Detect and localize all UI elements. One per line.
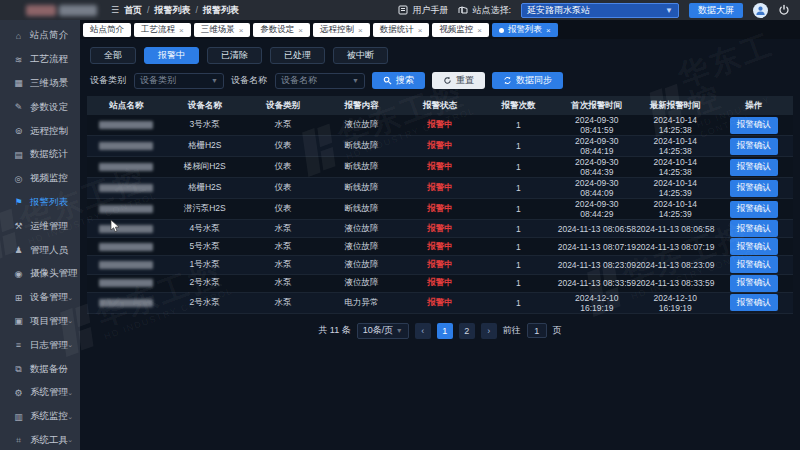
alarm-confirm-button[interactable]: 报警确认 [730,201,778,218]
cell-device-category: 水泵 [244,274,322,292]
page-size-select[interactable]: 10条/页 ▼ [357,323,409,339]
alarm-confirm-button[interactable]: 报警确认 [730,256,778,273]
search-button[interactable]: 搜索 [372,72,425,89]
cell-alarm-status: 报警中 [401,157,479,178]
cell-site-name [87,157,165,178]
status-tab-已清除[interactable]: 已清除 [207,47,262,64]
status-tab-被中断[interactable]: 被中断 [333,47,388,64]
sidebar-item-icon: ⌂ [13,31,24,41]
status-tab-报警中[interactable]: 报警中 [144,47,199,64]
sidebar-item-报警列表[interactable]: ⚑报警列表 [0,191,80,215]
tab-label: 工艺流程 [141,24,175,36]
alarm-confirm-button[interactable]: 报警确认 [730,238,778,255]
sidebar-item-日志管理[interactable]: ≡日志管理⌄ [0,333,80,357]
alarm-confirm-button[interactable]: 报警确认 [730,294,778,311]
user-manual-link[interactable]: 用户手册 [398,4,448,17]
chevron-down-icon: ⌄ [67,317,73,325]
sidebar-nav: ⌂站点简介≋工艺流程▦三维场景✎参数设定⊚远程控制▤数据统计◎视频监控⚑报警列表… [0,20,80,450]
sidebar-item-数据备份[interactable]: ⧉数据备份 [0,357,80,381]
sidebar-item-设备管理[interactable]: ⊞设备管理⌄ [0,286,80,310]
alarm-confirm-button[interactable]: 报警确认 [730,138,778,155]
cell-site-name [87,178,165,199]
cell-alarm-status: 报警中 [401,274,479,292]
tab-视频监控[interactable]: 视频监控× [432,23,489,37]
column-header: 首次报警时间 [558,96,636,115]
close-icon[interactable]: × [179,26,184,35]
big-screen-button[interactable]: 数据大屏 [689,3,743,18]
sidebar-item-参数设定[interactable]: ✎参数设定 [0,95,80,119]
tab-三维场景[interactable]: 三维场景× [194,23,251,37]
close-icon[interactable]: × [418,26,423,35]
device-name-select[interactable]: 设备名称 ▼ [275,73,365,89]
topbar-right: 用户手册 站点选择: 延安路雨水泵站 ▼ 数据大屏 [398,3,800,18]
chevron-down-icon: ⌄ [67,436,73,444]
cell-device-category: 仪表 [244,199,322,220]
menu-collapse-icon[interactable]: ☰ [111,5,119,15]
sidebar-item-系统监控[interactable]: ▥系统监控⌄ [0,405,80,429]
chevron-down-icon: ▼ [396,327,403,334]
sidebar-item-系统管理[interactable]: ⚙系统管理⌄ [0,381,80,405]
user-avatar[interactable] [753,3,768,18]
sidebar-item-工艺流程[interactable]: ≋工艺流程 [0,48,80,72]
sidebar-item-label: 管理人员 [30,244,68,257]
close-icon[interactable]: × [239,26,244,35]
cell-alarm-count: 1 [479,178,557,199]
close-icon[interactable]: × [477,26,482,35]
sidebar-item-label: 系统监控 [30,410,68,423]
page-number-2[interactable]: 2 [459,323,475,339]
sidebar-item-远程控制[interactable]: ⊚远程控制 [0,119,80,143]
tab-报警列表[interactable]: 报警列表× [492,23,558,37]
data-sync-button[interactable]: 数据同步 [492,72,563,89]
sidebar-item-icon: ⊞ [13,293,24,303]
alarm-confirm-button[interactable]: 报警确认 [730,220,778,237]
sidebar-item-运维管理[interactable]: ⚒运维管理 [0,214,80,238]
next-page-button[interactable]: › [481,323,497,339]
alarm-confirm-button[interactable]: 报警确认 [730,117,778,134]
redacted-site-name [99,163,153,171]
category-select-placeholder: 设备类别 [140,74,176,87]
redacted-site-name [99,243,153,251]
tab-数据统计[interactable]: 数据统计× [373,23,430,37]
tab-远程控制[interactable]: 远程控制× [313,23,370,37]
site-select-dropdown[interactable]: 延安路雨水泵站 ▼ [521,3,679,18]
sidebar-item-视频监控[interactable]: ◎视频监控 [0,167,80,191]
close-icon[interactable]: × [298,26,303,35]
status-tab-已处理[interactable]: 已处理 [270,47,325,64]
cell-alarm-content: 断线故障 [322,178,400,199]
alarm-confirm-button[interactable]: 报警确认 [730,275,778,292]
sidebar-item-摄像头管理[interactable]: ◉摄像头管理⌄ [0,262,80,286]
site-select-label: 站点选择: [472,4,511,17]
redacted-site-name [99,205,153,213]
cell-alarm-content: 液位故障 [322,115,400,136]
sidebar-item-三维场景[interactable]: ▦三维场景 [0,72,80,96]
sidebar-item-系统工具[interactable]: ⌗系统工具⌄ [0,429,80,450]
sidebar-item-数据统计[interactable]: ▤数据统计 [0,143,80,167]
cell-alarm-status: 报警中 [401,220,479,238]
close-icon[interactable]: × [358,26,363,35]
sidebar-item-项目管理[interactable]: ▣项目管理⌄ [0,310,80,334]
cell-device-category: 水泵 [244,220,322,238]
alarm-confirm-button[interactable]: 报警确认 [730,180,778,197]
power-icon[interactable] [778,4,790,16]
sidebar-item-站点简介[interactable]: ⌂站点简介 [0,24,80,48]
sidebar-item-label: 项目管理 [30,315,68,328]
category-select[interactable]: 设备类别 ▼ [134,73,224,89]
sidebar-item-icon: ◎ [13,174,24,184]
tab-工艺流程[interactable]: 工艺流程× [134,23,191,37]
tab-站点简介[interactable]: 站点简介 [83,23,131,37]
sidebar-item-管理人员[interactable]: ♟管理人员 [0,238,80,262]
table-body: 3号水泵水泵液位故障报警中12024-09-30 08:41:592024-10… [87,115,793,313]
breadcrumb-level-1[interactable]: 报警列表 [155,4,191,17]
app-logo [26,5,97,16]
reset-button[interactable]: 重置 [432,72,485,89]
goto-page-input[interactable] [527,323,547,338]
cell-first-alarm-time: 2024-11-13 08:06:58 [558,220,636,238]
page-number-1[interactable]: 1 [437,323,453,339]
search-icon [383,76,392,85]
prev-page-button[interactable]: ‹ [415,323,431,339]
alarm-confirm-button[interactable]: 报警确认 [730,159,778,176]
close-icon[interactable]: × [546,26,551,35]
tab-参数设定[interactable]: 参数设定× [253,23,310,37]
status-tab-全部[interactable]: 全部 [90,47,136,64]
breadcrumb-home[interactable]: 首页 [124,4,142,17]
